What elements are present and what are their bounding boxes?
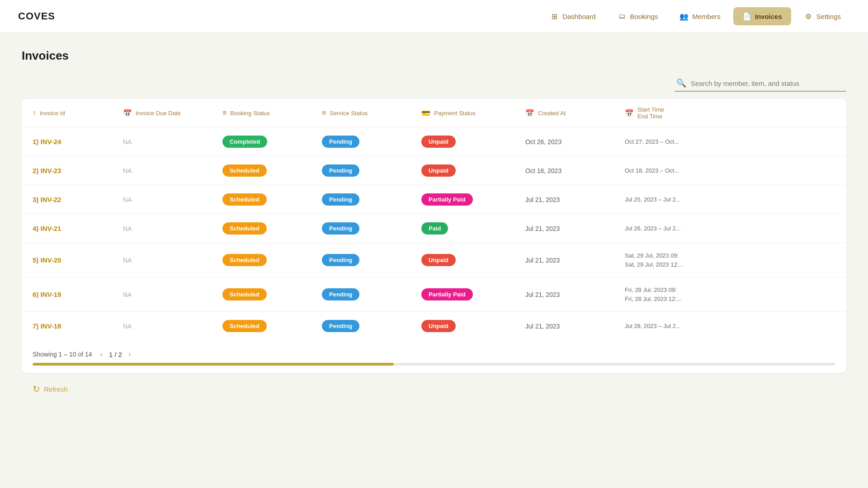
cell-created-at: Oct 26, 2023 xyxy=(525,138,625,146)
table-body: 1) INV-24 NA Completed Pending Unpaid Oc… xyxy=(22,127,846,340)
start-end-text: Fri, 28 Jul, 2023 09: Fri, 28 Jul, 2023 … xyxy=(625,286,682,302)
due-date-text: NA xyxy=(123,138,132,145)
payment-icon: 💳 xyxy=(421,109,430,117)
members-icon: 👥 xyxy=(679,12,689,21)
start-end-text: Sat, 29 Jul, 2023 09: Sat, 29 Jul, 2023 … xyxy=(625,252,684,268)
cell-service-status: Pending xyxy=(322,136,421,148)
scrollbar-thumb[interactable] xyxy=(33,363,394,366)
payment-status-badge: Unpaid xyxy=(421,254,456,266)
service-status-badge: Pending xyxy=(322,164,359,177)
invoice-id-text[interactable]: 2) INV-23 xyxy=(33,167,61,174)
nav-item-bookings[interactable]: 🗂 Bookings xyxy=(609,7,667,25)
table-row[interactable]: 4) INV-21 NA Scheduled Pending Paid Jul … xyxy=(22,214,846,243)
table-row[interactable]: 7) INV-18 NA Scheduled Pending Unpaid Ju… xyxy=(22,312,846,340)
start-end-text: Jul 26, 2023 – Jul 2... xyxy=(625,225,681,232)
refresh-button[interactable]: ↻ Refresh xyxy=(22,378,79,400)
nav-links: ⊞ Dashboard 🗂 Bookings 👥 Members 📄 Invoi… xyxy=(541,7,850,25)
booking-status-badge: Scheduled xyxy=(222,288,267,300)
cell-booking-status: Scheduled xyxy=(222,222,322,235)
sort-icon: ↑ xyxy=(33,109,36,117)
cell-invoice-id: 6) INV-19 xyxy=(33,291,123,299)
due-date-text: NA xyxy=(123,167,132,174)
cell-start-end: Jul 26, 2023 – Jul 2... xyxy=(625,224,751,233)
invoice-id-text[interactable]: 1) INV-24 xyxy=(33,138,61,145)
invoice-id-text[interactable]: 4) INV-21 xyxy=(33,225,61,232)
col-booking-status: ≡ Booking Status xyxy=(222,106,322,120)
invoice-id-text[interactable]: 5) INV-20 xyxy=(33,256,61,264)
col-created-at: 📅 Created At xyxy=(525,106,625,120)
cell-invoice-id: 5) INV-20 xyxy=(33,256,123,264)
settings-icon: ⚙ xyxy=(804,12,813,21)
cell-created-at: Jul 21, 2023 xyxy=(525,196,625,204)
refresh-icon: ↻ xyxy=(33,384,40,394)
cell-booking-status: Scheduled xyxy=(222,254,322,266)
payment-status-badge: Unpaid xyxy=(421,320,456,332)
created-at-text: Jul 21, 2023 xyxy=(525,291,560,298)
booking-status-badge: Completed xyxy=(222,136,267,148)
start-end-text: Oct 18, 2023 – Oct... xyxy=(625,167,679,174)
page-content: Invoices 🔍 ↑ Invoice Id 📅 Invoice Due Da… xyxy=(0,33,868,416)
cell-due-date: NA xyxy=(123,167,222,175)
invoice-id-text[interactable]: 3) INV-22 xyxy=(33,196,61,203)
booking-status-badge: Scheduled xyxy=(222,222,267,235)
table-row[interactable]: 1) INV-24 NA Completed Pending Unpaid Oc… xyxy=(22,127,846,156)
cell-service-status: Pending xyxy=(322,254,421,266)
nav-item-settings[interactable]: ⚙ Settings xyxy=(795,7,850,25)
table-row[interactable]: 5) INV-20 NA Scheduled Pending Unpaid Ju… xyxy=(22,243,846,277)
nav-item-invoices[interactable]: 📄 Invoices xyxy=(733,7,791,25)
cell-payment-status: Unpaid xyxy=(421,254,525,266)
cell-service-status: Pending xyxy=(322,164,421,177)
service-icon: ≡ xyxy=(322,109,326,117)
due-date-text: NA xyxy=(123,323,132,330)
due-date-text: NA xyxy=(123,257,132,264)
calendar-icon: 📅 xyxy=(123,109,132,117)
booking-status-badge: Scheduled xyxy=(222,254,267,266)
search-input[interactable] xyxy=(691,80,844,87)
cell-invoice-id: 2) INV-23 xyxy=(33,167,123,175)
due-date-text: NA xyxy=(123,291,132,298)
created-at-text: Jul 21, 2023 xyxy=(525,196,560,203)
cell-payment-status: Unpaid xyxy=(421,164,525,177)
cell-due-date: NA xyxy=(123,256,222,264)
nav-item-members[interactable]: 👥 Members xyxy=(670,7,730,25)
col-service-status: ≡ Service Status xyxy=(322,106,421,120)
cell-invoice-id: 4) INV-21 xyxy=(33,225,123,233)
cell-service-status: Pending xyxy=(322,193,421,206)
table-row[interactable]: 6) INV-19 NA Scheduled Pending Partially… xyxy=(22,277,846,312)
cell-due-date: NA xyxy=(123,322,222,330)
cell-created-at: Oct 16, 2023 xyxy=(525,167,625,175)
time-icon: 📅 xyxy=(625,109,634,117)
search-icon: 🔍 xyxy=(676,78,686,88)
next-page-button[interactable]: › xyxy=(126,349,133,359)
created-at-text: Oct 16, 2023 xyxy=(525,167,561,174)
cell-created-at: Jul 21, 2023 xyxy=(525,322,625,330)
cell-payment-status: Unpaid xyxy=(421,136,525,148)
invoice-id-text[interactable]: 6) INV-19 xyxy=(33,291,61,298)
booking-icon: ≡ xyxy=(222,109,226,117)
table-row[interactable]: 2) INV-23 NA Scheduled Pending Unpaid Oc… xyxy=(22,156,846,185)
start-end-text: Jul 28, 2023 – Jul 2... xyxy=(625,323,681,329)
table-row[interactable]: 3) INV-22 NA Scheduled Pending Partially… xyxy=(22,185,846,214)
scrollbar-wrap xyxy=(22,363,846,373)
created-icon: 📅 xyxy=(525,109,534,117)
col-start-end: 📅 Start Time End Time xyxy=(625,106,751,120)
cell-invoice-id: 1) INV-24 xyxy=(33,138,123,146)
prev-page-button[interactable]: ‹ xyxy=(98,349,105,359)
cell-invoice-id: 3) INV-22 xyxy=(33,196,123,204)
cell-service-status: Pending xyxy=(322,320,421,332)
invoice-id-text[interactable]: 7) INV-18 xyxy=(33,322,61,330)
col-due-date: 📅 Invoice Due Date xyxy=(123,106,222,120)
navbar: COVES ⊞ Dashboard 🗂 Bookings 👥 Members 📄… xyxy=(0,0,868,33)
cell-booking-status: Scheduled xyxy=(222,320,322,332)
payment-status-badge: Partially Paid xyxy=(421,193,473,206)
service-status-badge: Pending xyxy=(322,136,359,148)
created-at-text: Jul 21, 2023 xyxy=(525,225,560,232)
start-end-text: Jul 25, 2023 – Jul 2... xyxy=(625,196,681,203)
nav-label-members: Members xyxy=(692,13,721,20)
cell-booking-status: Scheduled xyxy=(222,288,322,300)
cell-due-date: NA xyxy=(123,225,222,233)
booking-status-badge: Scheduled xyxy=(222,164,267,177)
nav-item-dashboard[interactable]: ⊞ Dashboard xyxy=(541,7,604,25)
cell-start-end: Oct 18, 2023 – Oct... xyxy=(625,166,751,175)
cell-due-date: NA xyxy=(123,196,222,204)
